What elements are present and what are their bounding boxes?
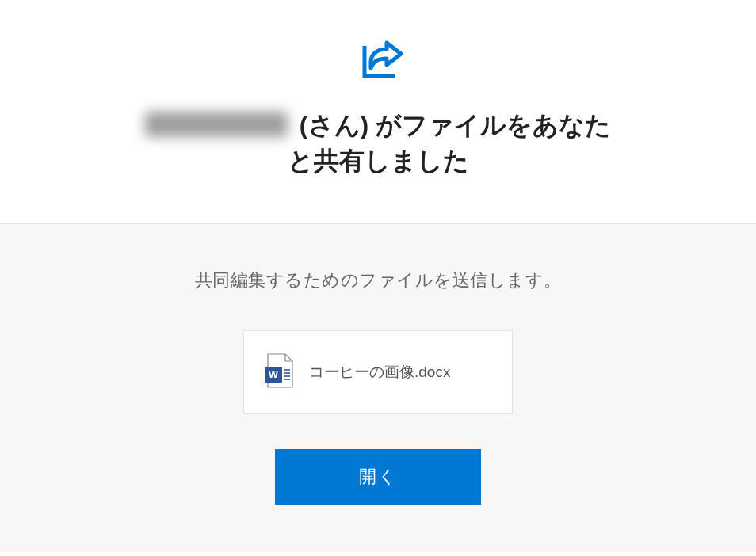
title-text: (さん) がファイルをあなたと共有しました	[288, 111, 612, 175]
notification-body: 共同編集するためのファイルを送信します。 W コーヒーの画像.docx 開く	[0, 224, 756, 552]
share-notification-title: (さん) がファイルをあなたと共有しました	[132, 108, 624, 179]
notification-header: (さん) がファイルをあなたと共有しました	[0, 0, 756, 224]
open-button[interactable]: 開く	[275, 449, 481, 505]
shared-file-card[interactable]: W コーヒーの画像.docx	[243, 330, 513, 414]
sender-name-redacted	[145, 112, 288, 137]
shared-file-name: コーヒーの画像.docx	[309, 362, 450, 383]
svg-text:W: W	[269, 368, 279, 380]
word-file-icon: W	[265, 353, 293, 391]
share-description: 共同編集するためのファイルを送信します。	[16, 268, 740, 292]
share-icon	[16, 38, 740, 82]
